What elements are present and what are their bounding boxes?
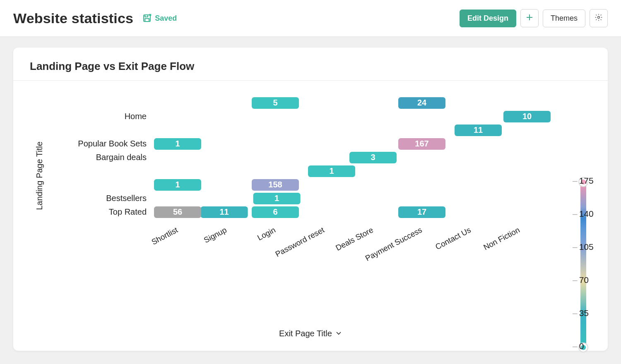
y-tick-label: Home — [125, 112, 147, 121]
heatmap-cell-value: 11 — [219, 207, 229, 216]
color-scale-tick: 105 — [573, 242, 597, 252]
y-tick-label: Popular Book Sets — [78, 139, 147, 148]
chart-card: Landing Page vs Exit Page Flow Landing P… — [13, 48, 608, 351]
heatmap-cell-value: 1 — [329, 166, 334, 175]
x-axis-title-row[interactable]: Exit Page Title — [13, 329, 608, 338]
color-scale-tick: 0 — [573, 341, 597, 351]
saved-indicator: Saved — [142, 13, 177, 23]
heatmap-cell-value: 1 — [175, 139, 180, 148]
edit-design-button[interactable]: Edit Design — [460, 10, 516, 27]
svg-point-3 — [598, 16, 600, 18]
heatmap-chart: Landing Page TitleHomePopular Book SetsB… — [13, 81, 608, 312]
color-scale-bar[interactable] — [580, 182, 586, 347]
chart-area: Landing Page TitleHomePopular Book SetsB… — [13, 81, 608, 329]
plus-icon — [526, 14, 533, 23]
y-tick-label: Top Rated — [109, 207, 147, 216]
x-tick-label: Login — [256, 225, 277, 242]
heatmap-cell-value: 56 — [173, 207, 182, 216]
heatmap-cell-value: 3 — [371, 153, 375, 162]
topbar-left: Website statistics Saved — [13, 10, 177, 26]
chevron-down-icon — [335, 329, 342, 338]
save-icon — [142, 13, 152, 23]
chart-title: Landing Page vs Exit Page Flow — [13, 48, 608, 81]
themes-button[interactable]: Themes — [543, 10, 585, 27]
heatmap-cell-value: 10 — [522, 112, 532, 121]
x-tick-label: Deals Store — [334, 225, 375, 252]
heatmap-cell-value: 5 — [273, 98, 277, 107]
color-scale-tick: 35 — [573, 308, 597, 318]
topbar-right: Edit Design Themes — [460, 9, 608, 27]
x-tick-label: Password reset — [274, 225, 326, 259]
color-scale-tick: 140 — [573, 209, 597, 219]
heatmap-cell-value: 24 — [417, 98, 427, 107]
heatmap-cell-value: 11 — [474, 125, 483, 134]
svg-rect-2 — [145, 19, 149, 22]
x-tick-label: Contact Us — [434, 225, 472, 251]
y-tick-label: Bestsellers — [106, 194, 147, 203]
x-tick-label: Shortlist — [150, 225, 179, 247]
x-axis-title: Exit Page Title — [279, 329, 332, 338]
x-tick-label: Non Fiction — [482, 225, 521, 252]
x-tick-label: Signup — [202, 225, 228, 244]
heatmap-cell-value: 1 — [175, 180, 180, 189]
y-tick-label: Bargain deals — [96, 153, 147, 162]
gear-icon — [595, 13, 603, 24]
settings-button[interactable] — [590, 9, 608, 27]
heatmap-cell-value: 6 — [273, 207, 277, 216]
heatmap-cell-value: 1 — [274, 194, 279, 203]
add-button[interactable] — [520, 9, 539, 27]
y-axis-title: Landing Page Title — [35, 141, 44, 210]
page-title: Website statistics — [13, 10, 133, 26]
svg-rect-1 — [145, 15, 148, 17]
heatmap-cell-value: 17 — [417, 207, 426, 216]
heatmap-cell-value: 167 — [415, 139, 428, 148]
color-scale-tick: 70 — [573, 275, 597, 285]
saved-label: Saved — [155, 14, 177, 23]
color-scale-tick: 175 — [573, 176, 597, 186]
heatmap-cell-value: 158 — [268, 180, 282, 189]
topbar: Website statistics Saved Edit Design The… — [0, 0, 621, 37]
